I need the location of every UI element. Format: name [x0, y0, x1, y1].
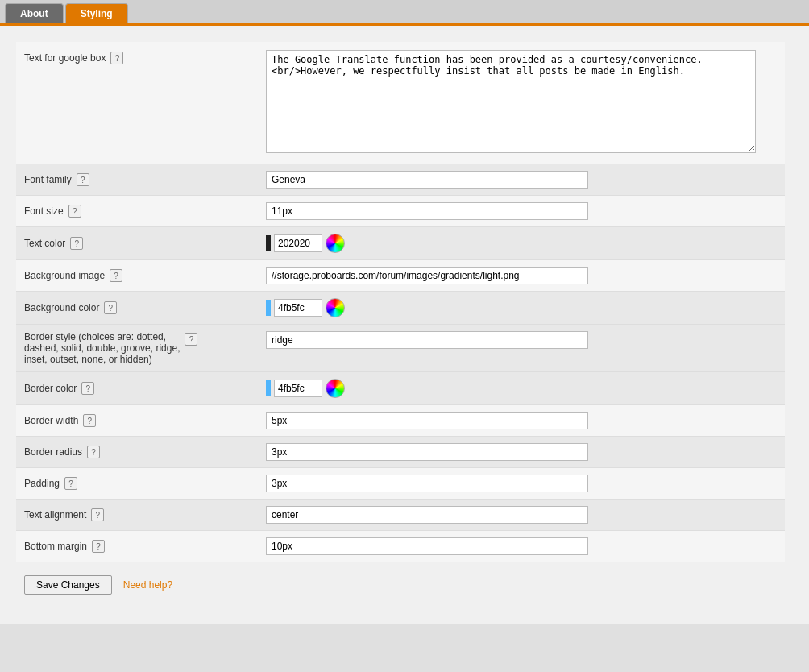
text-for-google-box-row: Text for google box ? The Google Transla… [16, 42, 785, 164]
border-color-input-wrapper [266, 379, 777, 398]
font-family-label: Font family [24, 174, 72, 185]
bottom-margin-help-icon[interactable]: ? [92, 540, 105, 553]
font-family-input[interactable] [266, 171, 588, 189]
border-radius-input-wrapper [266, 443, 777, 461]
border-radius-row: Border radius ? [16, 437, 785, 468]
background-color-help-icon[interactable]: ? [104, 301, 117, 314]
background-image-help-icon[interactable]: ? [110, 269, 122, 282]
font-family-input-wrapper [266, 171, 777, 189]
bottom-margin-label: Bottom margin [24, 541, 87, 552]
padding-label-group: Padding ? [24, 477, 266, 490]
border-width-input-wrapper [266, 412, 777, 429]
background-color-label: Background color [24, 302, 99, 313]
background-color-hex-input[interactable] [274, 299, 322, 317]
text-color-picker-button[interactable] [326, 234, 345, 253]
text-alignment-input[interactable] [266, 506, 588, 524]
form-section: Text for google box ? The Google Transla… [16, 42, 785, 608]
border-color-label-group: Border color ? [24, 382, 266, 395]
text-for-google-box-help-icon[interactable]: ? [110, 52, 123, 64]
text-color-input-wrapper [266, 234, 777, 253]
text-alignment-help-icon[interactable]: ? [91, 508, 104, 521]
font-size-input[interactable] [266, 202, 588, 220]
padding-row: Padding ? [16, 468, 785, 500]
font-family-label-group: Font family ? [24, 173, 266, 186]
border-color-picker-button[interactable] [326, 379, 345, 398]
border-color-help-icon[interactable]: ? [81, 382, 94, 395]
border-width-row: Border width ? [16, 405, 785, 437]
border-color-swatch [266, 380, 271, 396]
text-color-label-group: Text color ? [24, 237, 266, 250]
border-width-help-icon[interactable]: ? [83, 414, 96, 427]
background-color-label-group: Background color ? [24, 301, 266, 314]
border-style-help-icon[interactable]: ? [185, 333, 197, 346]
background-image-row: Background image ? [16, 260, 785, 292]
border-style-input[interactable] [266, 331, 588, 349]
background-color-row: Background color ? [16, 292, 785, 325]
text-for-google-box-input-wrapper: The Google Translate function has been p… [266, 50, 777, 156]
background-image-input[interactable] [266, 267, 588, 284]
background-color-input-wrapper [266, 298, 777, 317]
border-radius-label: Border radius [24, 446, 82, 458]
border-color-label: Border color [24, 383, 77, 394]
font-family-row: Font family ? [16, 164, 785, 196]
text-alignment-row: Text alignment ? [16, 500, 785, 531]
bottom-margin-input[interactable] [266, 537, 588, 555]
text-for-google-box-label-group: Text for google box ? [24, 50, 266, 64]
border-width-input[interactable] [266, 412, 588, 429]
font-family-help-icon[interactable]: ? [77, 173, 89, 186]
background-color-field [266, 298, 777, 317]
border-color-row: Border color ? [16, 372, 785, 405]
bottom-margin-label-group: Bottom margin ? [24, 540, 266, 553]
padding-input-wrapper [266, 475, 777, 492]
tab-about[interactable]: About [5, 3, 64, 23]
text-color-swatch [266, 235, 271, 251]
border-style-input-wrapper [266, 331, 777, 349]
save-button[interactable]: Save Changes [24, 575, 112, 595]
border-width-label: Border width [24, 415, 78, 426]
padding-label: Padding [24, 478, 60, 489]
background-image-label: Background image [24, 270, 105, 281]
font-size-input-wrapper [266, 202, 777, 220]
text-alignment-label-group: Text alignment ? [24, 508, 266, 521]
border-color-field [266, 379, 777, 398]
text-alignment-label: Text alignment [24, 509, 86, 521]
border-style-row: Border style (choices are: dotted,dashed… [16, 325, 785, 372]
padding-help-icon[interactable]: ? [64, 477, 77, 490]
help-link[interactable]: Need help? [123, 579, 172, 591]
tabs-bar: About Styling [0, 0, 809, 23]
border-color-hex-input[interactable] [274, 380, 322, 397]
text-color-hex-input[interactable] [274, 234, 322, 252]
border-style-label-group: Border style (choices are: dotted,dashed… [24, 331, 266, 365]
font-size-label: Font size [24, 205, 64, 217]
text-alignment-input-wrapper [266, 506, 777, 524]
font-size-label-group: Font size ? [24, 205, 266, 218]
text-for-google-box-label: Text for google box [24, 52, 106, 64]
background-color-swatch [266, 300, 271, 316]
text-color-label: Text color [24, 238, 65, 249]
border-style-label: Border style (choices are: dotted,dashed… [24, 331, 180, 365]
background-color-picker-button[interactable] [326, 298, 345, 317]
background-image-label-group: Background image ? [24, 269, 266, 282]
background-image-input-wrapper [266, 267, 777, 284]
border-radius-help-icon[interactable]: ? [87, 446, 100, 458]
text-color-help-icon[interactable]: ? [70, 237, 83, 250]
tab-styling[interactable]: Styling [65, 3, 128, 23]
font-size-row: Font size ? [16, 196, 785, 227]
bottom-margin-input-wrapper [266, 537, 777, 555]
content-area: Text for google box ? The Google Transla… [0, 23, 809, 624]
font-size-help-icon[interactable]: ? [68, 205, 81, 218]
text-for-google-box-textarea[interactable]: The Google Translate function has been p… [266, 50, 756, 153]
padding-input[interactable] [266, 475, 588, 492]
text-color-row: Text color ? [16, 227, 785, 260]
border-width-label-group: Border width ? [24, 414, 266, 427]
save-area: Save Changes Need help? [16, 562, 785, 608]
main-container: About Styling Text for google box ? The … [0, 0, 809, 672]
text-color-field [266, 234, 777, 253]
bottom-margin-row: Bottom margin ? [16, 531, 785, 562]
border-radius-input[interactable] [266, 443, 588, 461]
border-radius-label-group: Border radius ? [24, 446, 266, 458]
